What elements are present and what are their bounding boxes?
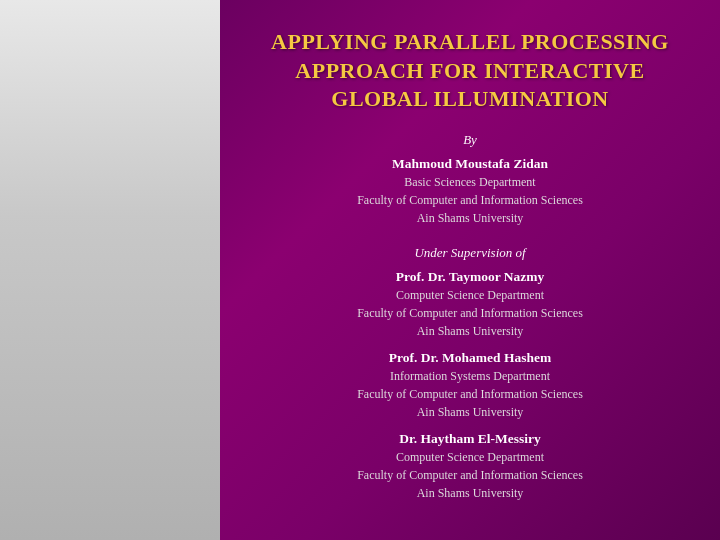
author-dept: Basic Sciences Department [357, 173, 583, 191]
supervisor-2-name: Prof. Dr. Mohamed Hashem [357, 350, 583, 366]
author-name: Mahmoud Moustafa Zidan [357, 156, 583, 172]
supervisor-3-block: Dr. Haytham El-Messiry Computer Science … [357, 431, 583, 502]
supervisor-2-university: Ain Shams University [357, 403, 583, 421]
supervisor-2-faculty: Faculty of Computer and Information Scie… [357, 385, 583, 403]
supervisor-1-block: Prof. Dr. Taymoor Nazmy Computer Science… [357, 269, 583, 340]
title-section: APPLYING PARALLEL PROCESSING APPROACH FO… [256, 28, 684, 114]
supervisor-1-name: Prof. Dr. Taymoor Nazmy [357, 269, 583, 285]
supervisor-3-dept: Computer Science Department [357, 448, 583, 466]
supervisor-2-block: Prof. Dr. Mohamed Hashem Information Sys… [357, 350, 583, 421]
supervisor-3-name: Dr. Haytham El-Messiry [357, 431, 583, 447]
author-university: Ain Shams University [357, 209, 583, 227]
supervisor-1-dept: Computer Science Department [357, 286, 583, 304]
main-panel: APPLYING PARALLEL PROCESSING APPROACH FO… [220, 0, 720, 540]
supervisor-2-dept: Information Systems Department [357, 367, 583, 385]
author-block: Mahmoud Moustafa Zidan Basic Sciences De… [357, 156, 583, 227]
supervisor-3-faculty: Faculty of Computer and Information Scie… [357, 466, 583, 484]
by-label: By [463, 132, 477, 148]
supervisor-1-faculty: Faculty of Computer and Information Scie… [357, 304, 583, 322]
supervision-label: Under Supervision of [414, 245, 525, 261]
author-faculty: Faculty of Computer and Information Scie… [357, 191, 583, 209]
supervisor-1-university: Ain Shams University [357, 322, 583, 340]
supervisor-3-university: Ain Shams University [357, 484, 583, 502]
left-panel [0, 0, 220, 540]
slide-title: APPLYING PARALLEL PROCESSING APPROACH FO… [256, 28, 684, 114]
